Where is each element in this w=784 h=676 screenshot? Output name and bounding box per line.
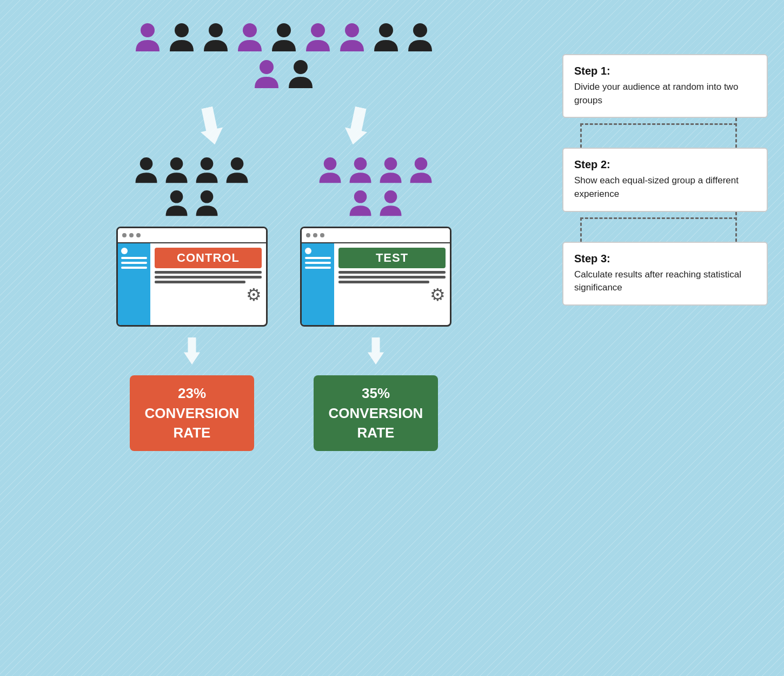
step-1-text: Divide your audience at random into two … <box>574 81 756 107</box>
svg-point-19 <box>384 157 397 170</box>
dark-person-icon <box>224 156 251 185</box>
step-2-title: Step 2: <box>574 158 756 171</box>
test-rate-label2: RATE <box>357 425 395 441</box>
control-screen-content: CONTROL ⚙ <box>150 243 266 325</box>
svg-point-12 <box>170 157 183 170</box>
step-1-box: Step 1: Divide your audience at random i… <box>562 54 768 118</box>
purple-person-icon <box>408 156 435 185</box>
test-content-lines <box>338 271 446 283</box>
control-screen-sidebar <box>118 243 150 325</box>
svg-point-5 <box>311 23 325 37</box>
dark-person-icon <box>194 156 221 185</box>
svg-point-17 <box>324 157 337 170</box>
svg-point-16 <box>201 190 214 203</box>
svg-point-22 <box>384 190 397 203</box>
sidebar-dot-icon <box>121 248 128 254</box>
svg-point-1 <box>175 23 189 37</box>
test-result-arrow <box>368 337 384 364</box>
person-icon <box>201 22 231 54</box>
test-screen: TEST ⚙ <box>300 227 451 327</box>
sidebar-line <box>121 257 147 259</box>
sidebar-line <box>121 262 147 264</box>
svg-point-15 <box>170 190 183 203</box>
purple-person-icon <box>317 156 344 185</box>
person-icon <box>235 22 265 54</box>
test-group-people <box>316 156 435 218</box>
main-container: CONTROL ⚙ <box>0 0 784 676</box>
purple-person-icon <box>347 156 374 185</box>
svg-point-7 <box>379 23 393 37</box>
purple-person-icon <box>377 156 404 185</box>
person-icon <box>406 22 435 54</box>
control-banner: CONTROL <box>155 248 262 268</box>
control-rate-label2: RATE <box>174 425 211 441</box>
purple-person-icon <box>377 189 404 218</box>
person-icon <box>303 22 333 54</box>
person-icon <box>337 22 367 54</box>
step-1-title: Step 1: <box>574 65 756 77</box>
svg-point-21 <box>354 190 367 203</box>
step-2-text: Show each equal-sized group a different … <box>574 174 756 201</box>
control-gear-icon: ⚙ <box>155 286 262 303</box>
svg-point-13 <box>201 157 214 170</box>
test-banner: TEST <box>338 248 446 268</box>
test-screen-titlebar <box>302 228 450 243</box>
left-arrow <box>196 105 226 147</box>
svg-point-18 <box>354 157 367 170</box>
person-icon <box>286 58 316 91</box>
steps-panel: Step 1: Divide your audience at random i… <box>562 22 768 654</box>
svg-point-8 <box>413 23 427 37</box>
dark-person-icon <box>194 189 221 218</box>
person-icon <box>371 22 401 54</box>
person-icon <box>252 58 282 91</box>
dashed-connector-2-horizontal <box>580 217 737 242</box>
test-result-box: 35% CONVERSION RATE <box>314 375 438 451</box>
result-arrows <box>100 337 468 364</box>
control-screen-titlebar <box>118 228 266 243</box>
top-audience <box>122 22 446 91</box>
svg-point-14 <box>231 157 244 170</box>
dark-person-icon <box>163 156 190 185</box>
control-rate-label1: CONVERSION <box>145 405 240 421</box>
dark-person-icon <box>133 156 160 185</box>
control-group-people <box>132 156 251 218</box>
sidebar-line <box>305 267 331 269</box>
control-result-arrow <box>184 337 200 364</box>
groups-row <box>100 156 468 218</box>
test-rate-number: 35% <box>362 385 390 401</box>
svg-point-11 <box>140 157 153 170</box>
test-gear-icon: ⚙ <box>338 286 446 303</box>
test-screen-content: TEST ⚙ <box>334 243 450 325</box>
svg-point-4 <box>277 23 291 37</box>
svg-point-10 <box>294 60 308 74</box>
person-icon <box>133 22 163 54</box>
control-result-text: 23% CONVERSION RATE <box>145 383 240 442</box>
svg-point-3 <box>243 23 257 37</box>
results-row: 23% CONVERSION RATE 35% CONVERSION RATE <box>100 375 468 451</box>
control-screen-body: CONTROL ⚙ <box>118 243 266 325</box>
sidebar-line <box>121 267 147 269</box>
svg-point-6 <box>345 23 359 37</box>
purple-person-icon <box>347 189 374 218</box>
step-2-box: Step 2: Show each equal-sized group a di… <box>562 148 768 211</box>
test-screen-body: TEST ⚙ <box>302 243 450 325</box>
test-rate-label1: CONVERSION <box>329 405 423 421</box>
svg-point-20 <box>415 157 428 170</box>
control-content-lines <box>155 271 262 283</box>
sidebar-line <box>305 257 331 259</box>
person-icon <box>167 22 197 54</box>
test-result-text: 35% CONVERSION RATE <box>329 383 423 442</box>
step-3-title: Step 3: <box>574 253 756 265</box>
dark-person-icon <box>163 189 190 218</box>
dashed-connector-1-horizontal <box>580 123 737 148</box>
control-rate-number: 23% <box>178 385 206 401</box>
step-3-text: Calculate results after reaching statist… <box>574 268 756 295</box>
svg-point-9 <box>260 60 274 74</box>
svg-point-2 <box>209 23 223 37</box>
step-3-box: Step 3: Calculate results after reaching… <box>562 242 768 306</box>
sidebar-line <box>305 262 331 264</box>
right-arrow <box>342 105 372 147</box>
test-screen-sidebar <box>302 243 334 325</box>
diagram-panel: CONTROL ⚙ <box>27 22 541 654</box>
sidebar-dot-icon <box>305 248 311 254</box>
